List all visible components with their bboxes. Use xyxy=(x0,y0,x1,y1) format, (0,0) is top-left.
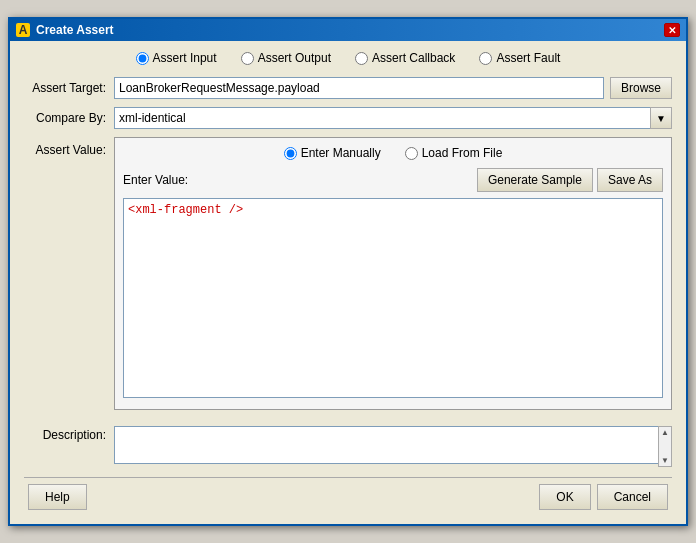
code-editor[interactable]: <xml-fragment /> xyxy=(123,198,663,398)
browse-button[interactable]: Browse xyxy=(610,77,672,99)
ok-button[interactable]: OK xyxy=(539,484,590,510)
dialog-icon: A xyxy=(16,23,30,37)
assert-value-radio-group: Enter Manually Load From File xyxy=(123,146,663,160)
dialog-body: Assert Input Assert Output Assert Callba… xyxy=(10,41,686,524)
generate-sample-button[interactable]: Generate Sample xyxy=(477,168,593,192)
button-group: Generate Sample Save As xyxy=(477,168,663,192)
assert-target-input[interactable] xyxy=(114,77,604,99)
assert-value-label: Assert Value: xyxy=(24,137,114,157)
title-bar-left: A Create Assert xyxy=(16,23,114,37)
enter-value-label: Enter Value: xyxy=(123,173,477,187)
assert-target-row: Assert Target: Browse xyxy=(24,77,672,99)
radio-assert-fault[interactable]: Assert Fault xyxy=(479,51,560,65)
description-label: Description: xyxy=(24,426,114,442)
assert-target-label: Assert Target: xyxy=(24,81,114,95)
radio-load-from-file[interactable]: Load From File xyxy=(405,146,503,160)
dialog-title: Create Assert xyxy=(36,23,114,37)
description-input[interactable] xyxy=(114,426,672,464)
assert-target-field xyxy=(114,77,604,99)
bottom-left-buttons: Help xyxy=(28,484,87,510)
assert-value-section: Enter Manually Load From File Enter Valu… xyxy=(114,137,672,418)
radio-assert-input[interactable]: Assert Input xyxy=(136,51,217,65)
create-assert-dialog: A Create Assert ✕ Assert Input Assert Ou… xyxy=(8,17,688,526)
description-wrapper: ▲ ▼ xyxy=(114,426,672,467)
scrollbar: ▲ ▼ xyxy=(658,426,672,467)
compare-by-select[interactable]: xml-identical xml-equivalent string rege… xyxy=(114,107,672,129)
compare-by-row: Compare By: xml-identical xml-equivalent… xyxy=(24,107,672,129)
radio-enter-manually[interactable]: Enter Manually xyxy=(284,146,381,160)
bottom-right-buttons: OK Cancel xyxy=(539,484,668,510)
assert-type-radio-group: Assert Input Assert Output Assert Callba… xyxy=(24,51,672,65)
radio-assert-callback[interactable]: Assert Callback xyxy=(355,51,455,65)
help-button[interactable]: Help xyxy=(28,484,87,510)
close-button[interactable]: ✕ xyxy=(664,23,680,37)
compare-by-label: Compare By: xyxy=(24,111,114,125)
scroll-up-icon: ▲ xyxy=(660,427,670,438)
title-bar: A Create Assert ✕ xyxy=(10,19,686,41)
compare-by-select-wrapper: xml-identical xml-equivalent string rege… xyxy=(114,107,672,129)
assert-value-row: Assert Value: Enter Manually Load From F… xyxy=(24,137,672,418)
scroll-down-icon: ▼ xyxy=(660,455,670,466)
save-as-button[interactable]: Save As xyxy=(597,168,663,192)
description-section: Description: ▲ ▼ xyxy=(24,426,672,467)
enter-value-row: Enter Value: Generate Sample Save As xyxy=(123,168,663,192)
radio-assert-output[interactable]: Assert Output xyxy=(241,51,331,65)
compare-by-field: xml-identical xml-equivalent string rege… xyxy=(114,107,672,129)
bottom-buttons: Help OK Cancel xyxy=(24,477,672,514)
cancel-button[interactable]: Cancel xyxy=(597,484,668,510)
